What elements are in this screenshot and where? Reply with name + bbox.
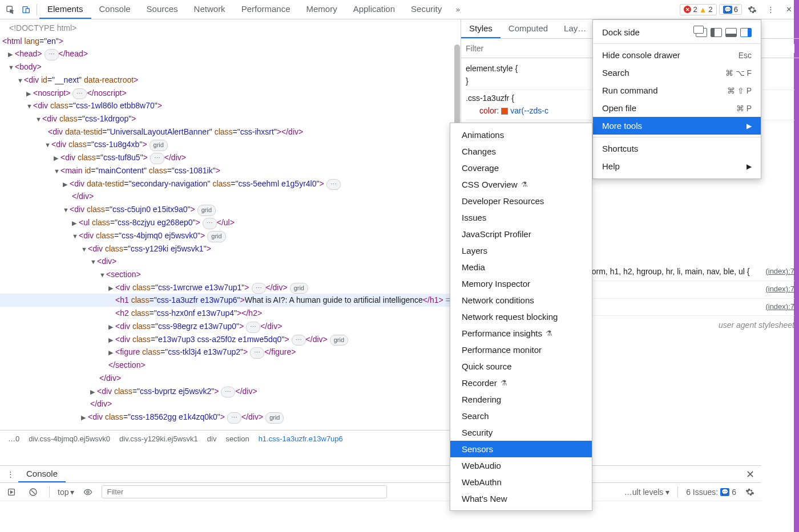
separator [49, 486, 50, 498]
chevron-right-icon: ▶ [746, 122, 752, 130]
message-icon: 💬 [720, 488, 729, 496]
kebab-menu-icon[interactable]: ⋮ [2, 466, 18, 482]
submenu-item-performance-insights[interactable]: Performance insights⚗ [450, 325, 592, 342]
drawer-tab-console[interactable]: Console [18, 466, 66, 482]
submenu-item-network-request-blocking[interactable]: Network request blocking [450, 308, 592, 325]
message-icon: 💬 [723, 6, 732, 14]
color-swatch[interactable] [501, 108, 508, 115]
svg-rect-2 [26, 9, 29, 13]
submenu-item-recorder[interactable]: Recorder⚗ [450, 375, 592, 391]
dock-left-icon[interactable] [711, 28, 722, 37]
mm-item-shortcuts[interactable]: Shortcuts [593, 140, 761, 157]
log-levels[interactable]: …ult levels ▾ [624, 488, 669, 497]
bc-item-active[interactable]: h1.css-1a3uzfr.e13w7up6 [254, 434, 348, 443]
mm-item-hide-console-drawer[interactable]: Hide console drawerEsc [593, 46, 761, 64]
tab-performance[interactable]: Performance [233, 0, 298, 19]
submenu-item-javascript-profiler[interactable]: JavaScript Profiler [450, 226, 592, 242]
scrollbar[interactable] [454, 44, 460, 124]
submenu-item-memory-inspector[interactable]: Memory Inspector [450, 275, 592, 292]
flask-icon: ⚗ [521, 180, 528, 189]
submenu-item-animations[interactable]: Animations [450, 127, 592, 143]
bc-item[interactable]: …0 [3, 434, 24, 443]
mm-item-run-command[interactable]: Run command⌘ ⇧ P [593, 82, 761, 99]
tab-network[interactable]: Network [186, 0, 233, 19]
submenu-item-css-overview[interactable]: CSS Overview⚗ [450, 176, 592, 193]
stab-computed[interactable]: Computed [501, 19, 556, 38]
source-link[interactable]: (index):7 [765, 301, 794, 312]
play-icon[interactable] [3, 484, 19, 500]
panel-tabs: Elements Console Sources Network Perform… [39, 0, 466, 19]
chevron-right-icon: ▶ [746, 163, 752, 170]
submenu-item-network-conditions[interactable]: Network conditions [450, 292, 592, 308]
elements-panel: <!DOCTYPE html> <html lang="en"> <head>⋯… [0, 19, 461, 447]
submenu-item-changes[interactable]: Changes [450, 143, 592, 160]
message-count: 6 [734, 5, 738, 14]
devtools-toolbar: Elements Console Sources Network Perform… [0, 0, 799, 19]
tab-memory[interactable]: Memory [298, 0, 345, 19]
separator [37, 4, 37, 15]
drawer-header: ⋮ Console ✕ [0, 466, 761, 483]
console-filter-input[interactable] [102, 485, 387, 498]
stab-layout[interactable]: Lay… [556, 19, 594, 38]
inspect-icon[interactable] [2, 2, 18, 18]
submenu-item-media[interactable]: Media [450, 259, 592, 275]
warning-count: 2 [709, 5, 713, 14]
breadcrumb[interactable]: …0 div.css-4bjmq0.ej5wsvk0 div.css-y129k… [0, 430, 461, 447]
separator [677, 486, 678, 498]
submenu-item-performance-monitor[interactable]: Performance monitor [450, 342, 592, 358]
tab-elements[interactable]: Elements [39, 0, 91, 19]
issues-link[interactable]: 6 Issues: 💬 6 [686, 488, 736, 497]
mm-dock: Dock side [593, 23, 761, 41]
main-menu: Dock side Hide console drawerEscSearch⌘ … [592, 19, 761, 179]
submenu-item-layers[interactable]: Layers [450, 242, 592, 259]
bc-item[interactable]: div [203, 434, 221, 443]
tab-console[interactable]: Console [91, 0, 139, 19]
dock-undock-icon[interactable] [696, 28, 707, 37]
mm-item-help[interactable]: Help▶ [593, 157, 761, 175]
submenu-item-developer-resources[interactable]: Developer Resources [450, 193, 592, 209]
bc-item[interactable]: div.css-4bjmq0.ej5wsvk0 [24, 434, 115, 443]
mm-item-open-file[interactable]: Open file⌘ P [593, 99, 761, 117]
stab-styles[interactable]: Styles [461, 19, 501, 38]
submenu-item-security[interactable]: Security [450, 424, 592, 441]
mm-item-search[interactable]: Search⌘ ⌥ F [593, 64, 761, 82]
dom-tree[interactable]: <!DOCTYPE html> <html lang="en"> <head>⋯… [0, 19, 461, 430]
submenu-item-rendering[interactable]: Rendering [450, 391, 592, 408]
more-tabs-icon[interactable]: » [450, 2, 466, 18]
submenu-item-webaudio[interactable]: WebAudio [450, 457, 592, 474]
messages-badge[interactable]: 💬6 [719, 4, 742, 15]
submenu-item-quick-source[interactable]: Quick source [450, 358, 592, 375]
source-link[interactable]: (index):7 [765, 266, 794, 277]
flask-icon: ⚗ [546, 329, 552, 338]
error-warning-badge[interactable]: ✕2 ▲2 [680, 4, 716, 15]
context-selector[interactable]: top ▾ [58, 488, 74, 497]
flask-icon: ⚗ [501, 379, 507, 387]
tab-security[interactable]: Security [403, 0, 450, 19]
bc-item[interactable]: section [221, 434, 253, 443]
mm-item-more-tools[interactable]: More tools▶ [593, 117, 761, 135]
eye-icon[interactable] [80, 484, 96, 500]
more-tools-submenu: AnimationsChangesCoverageCSS Overview⚗De… [450, 123, 592, 511]
close-icon[interactable]: ✕ [741, 468, 759, 481]
tab-application[interactable]: Application [345, 0, 403, 19]
dock-right-icon[interactable] [740, 28, 752, 37]
clear-console-icon[interactable] [25, 484, 41, 500]
error-icon: ✕ [684, 6, 691, 13]
submenu-item-sensors[interactable]: Sensors [450, 441, 592, 457]
submenu-item-coverage[interactable]: Coverage [450, 160, 592, 176]
submenu-item-search[interactable]: Search [450, 408, 592, 424]
tab-sources[interactable]: Sources [139, 0, 186, 19]
source-link[interactable]: (index):7 [765, 283, 794, 295]
settings-icon[interactable] [742, 484, 758, 500]
error-count: 2 [693, 5, 697, 14]
selected-node[interactable]: <h1 class="css-1a3uzfr e13w7up6">What is… [0, 294, 461, 307]
console-drawer: ⋮ Console ✕ top ▾ …ult levels ▾ 6 Issues… [0, 465, 761, 532]
kebab-menu-icon[interactable]: ⋮ [762, 2, 778, 18]
submenu-item-webauthn[interactable]: WebAuthn [450, 474, 592, 490]
submenu-item-what's-new[interactable]: What's New [450, 490, 592, 507]
dock-bottom-icon[interactable] [725, 28, 737, 37]
submenu-item-issues[interactable]: Issues [450, 209, 592, 226]
bc-item[interactable]: div.css-y129ki.ej5wsvk1 [115, 434, 203, 443]
device-toggle-icon[interactable] [18, 2, 34, 18]
settings-icon[interactable] [744, 2, 760, 18]
